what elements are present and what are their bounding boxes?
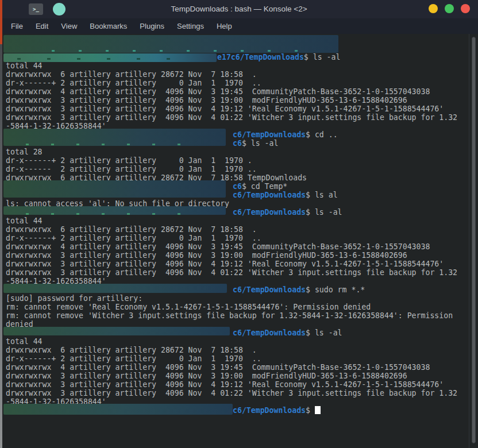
prompt-path: e17c6/TempDownloads [217, 53, 304, 61]
scrollbar-track-divider [469, 34, 469, 448]
window-border-strip [0, 44, 2, 448]
terminal-output-line: total 28 [6, 148, 43, 156]
terminal-output-line: drwxrwxrwx 4 artillery artillery 4096 No… [6, 87, 430, 96]
prompt-command: $ ls -al [306, 208, 342, 217]
prompt-path: c6/TempDownloads [233, 285, 306, 294]
terminal-text: rm: cannot remove 'Witcher 3 input.setti… [6, 311, 453, 320]
terminal-prompt-line: c6/TempDownloads$ [233, 406, 321, 415]
terminal-text: dr-x------+ 2 artillery artillery 0 Jan … [6, 79, 261, 87]
redaction-blur [3, 180, 226, 198]
terminal-text: total 28 [6, 148, 43, 156]
terminal-text: drwxrwxrwx 3 artillery artillery 4096 No… [6, 260, 444, 268]
terminal-text: rm: cannot remove 'Real Economy v1.5.1-4… [6, 303, 371, 311]
terminal-text: drwxrwxrwx 4 artillery artillery 4096 No… [6, 242, 430, 251]
terminal-text: drwxrwxrwx 6 artillery artillery 28672 N… [6, 346, 257, 354]
terminal-output-line: drwxrwxrwx 3 artillery artillery 4096 No… [6, 268, 457, 277]
terminal-output-line: dr-x------+ 2 artillery artillery 0 Jan … [6, 354, 261, 363]
prompt-path: c6/TempDownloads [233, 406, 306, 415]
terminal-prompt-line: c6/TempDownloads$ sudo rm *.* [233, 285, 365, 294]
redaction-blur [26, 144, 181, 145]
prompt-path: c6/TempDownloads [233, 329, 306, 337]
terminal-text: drwxrwxrwx 3 artillery artillery 4096 No… [6, 251, 407, 260]
terminal-output-line: dr-x------+ 2 artillery artillery 0 Jan … [6, 156, 252, 165]
terminal-output-line: drwxrwxrwx 3 artillery artillery 4096 No… [6, 105, 444, 113]
terminal-output-line: drwxrwxrwx 4 artillery artillery 4096 No… [6, 242, 430, 251]
terminal-output-line: drwxrwxrwx 3 artillery artillery 4096 No… [6, 251, 407, 260]
prompt-command: $ cd .. [306, 130, 338, 139]
terminal-text: drwxrwxrwx 3 artillery artillery 4096 No… [6, 380, 444, 389]
terminal-output-line: drwxrwxrwx 3 artillery artillery 4096 No… [6, 113, 457, 122]
terminal-output-line: total 44 [6, 337, 43, 346]
terminal-text: drwxrwxrwx 4 artillery artillery 4096 No… [6, 87, 430, 96]
terminal-output-line: dr-x------ 2 artillery artillery 0 Jan 1… [6, 165, 257, 173]
prompt-path: c6/TempDownloads [233, 130, 306, 139]
redaction-blur [26, 213, 181, 215]
terminal-output-line: drwxrwxrwx 3 artillery artillery 4096 No… [6, 389, 457, 397]
terminal-text: drwxrwxrwx 3 artillery artillery 4096 No… [6, 113, 457, 122]
terminal-text: dr-x------+ 2 artillery artillery 0 Jan … [6, 354, 261, 363]
terminal-prompt-line: c6/TempDownloads$ cd .. [233, 130, 338, 139]
terminal-output-line: drwxrwxrwx 4 artillery artillery 4096 No… [6, 363, 430, 372]
scrollbar-thumb[interactable] [472, 37, 476, 443]
terminal-text: [sudo] password for artillery: [6, 294, 142, 303]
terminal-prompt-line: c6/TempDownloads$ ls al [233, 191, 338, 199]
konsole-window: TempDownloads : bash — Konsole <2> >_ Fi… [0, 0, 478, 448]
terminal-cursor [315, 406, 321, 414]
terminal-output-line: rm: cannot remove 'Real Economy v1.5.1-4… [6, 303, 371, 311]
terminal-text: drwxrwxrwx 4 artillery artillery 4096 No… [6, 363, 430, 372]
terminal-output-line: dr-x------+ 2 artillery artillery 0 Jan … [6, 234, 261, 242]
prompt-command: $ sudo rm *.* [306, 285, 365, 294]
terminal-prompt-line: c6/TempDownloads$ ls -al [233, 208, 342, 217]
terminal-text: drwxrwxrwx 3 artillery artillery 4096 No… [6, 372, 407, 380]
redaction-blur [3, 284, 227, 293]
prompt-command: $ ls -al [242, 139, 279, 148]
terminal-output-line: [sudo] password for artillery: [6, 294, 142, 303]
terminal-output-line: total 44 [6, 217, 43, 225]
terminal-lines: e17c6/TempDownloads$ ls -altotal 44drwxr… [0, 0, 478, 448]
terminal-output-line: drwxrwxrwx 3 artillery artillery 4096 No… [6, 372, 407, 380]
prompt-command: $ cd Temp* [242, 182, 287, 191]
terminal-prompt-line: c6$ ls -al [233, 139, 278, 148]
terminal-output-line: rm: cannot remove 'Witcher 3 input.setti… [6, 311, 453, 320]
terminal-prompt-line: c6$ cd Temp* [233, 182, 287, 191]
terminal-text: dr-x------+ 2 artillery artillery 0 Jan … [6, 234, 261, 242]
terminal-text: drwxrwxrwx 3 artillery artillery 4096 No… [6, 268, 457, 277]
prompt-command: $ ls -al [306, 329, 342, 337]
terminal[interactable]: e17c6/TempDownloads$ ls -altotal 44drwxr… [2, 34, 478, 448]
terminal-text: drwxrwxrwx 3 artillery artillery 4096 No… [6, 96, 407, 105]
prompt-command: $ [306, 406, 315, 415]
terminal-text: total 44 [6, 337, 43, 346]
terminal-text: drwxrwxrwx 6 artillery artillery 28672 N… [6, 225, 257, 234]
terminal-output-line: drwxrwxrwx 3 artillery artillery 4096 No… [6, 96, 407, 105]
prompt-command: $ ls al [306, 191, 338, 199]
prompt-command: $ ls -al [304, 53, 341, 61]
terminal-text: dr-x------ 2 artillery artillery 0 Jan 1… [6, 165, 257, 173]
terminal-output-line: drwxrwxrwx 6 artillery artillery 28672 N… [6, 225, 257, 234]
terminal-prompt-line: e17c6/TempDownloads$ ls -al [217, 53, 340, 61]
terminal-text: total 44 [6, 217, 43, 225]
prompt-path: c6/TempDownloads [233, 191, 306, 199]
prompt-path: c6/TempDownloads [233, 208, 306, 217]
prompt-path: c6 [233, 139, 242, 148]
terminal-output-line: total 44 [6, 61, 43, 70]
redaction-blur [52, 50, 304, 52]
terminal-output-line: drwxrwxrwx 6 artillery artillery 28672 N… [6, 346, 257, 354]
terminal-text: dr-x------+ 2 artillery artillery 0 Jan … [6, 156, 252, 165]
prompt-path: c6 [233, 182, 242, 191]
terminal-output-line: drwxrwxrwx 3 artillery artillery 4096 No… [6, 260, 444, 268]
redaction-blur [17, 58, 190, 60]
terminal-text: total 44 [6, 61, 43, 70]
background-window-edge [0, 0, 2, 44]
terminal-text: drwxrwxrwx 3 artillery artillery 4096 No… [6, 389, 457, 397]
terminal-text: drwxrwxrwx 3 artillery artillery 4096 No… [6, 105, 444, 113]
terminal-output-line: drwxrwxrwx 3 artillery artillery 4096 No… [6, 380, 444, 389]
terminal-text: drwxrwxrwx 6 artillery artillery 28672 N… [6, 70, 257, 79]
terminal-output-line: dr-x------+ 2 artillery artillery 0 Jan … [6, 79, 261, 87]
redaction-blur [3, 404, 233, 415]
terminal-prompt-line: c6/TempDownloads$ ls -al [233, 329, 342, 337]
redaction-blur [3, 327, 230, 335]
terminal-output-line: drwxrwxrwx 6 artillery artillery 28672 N… [6, 70, 257, 79]
